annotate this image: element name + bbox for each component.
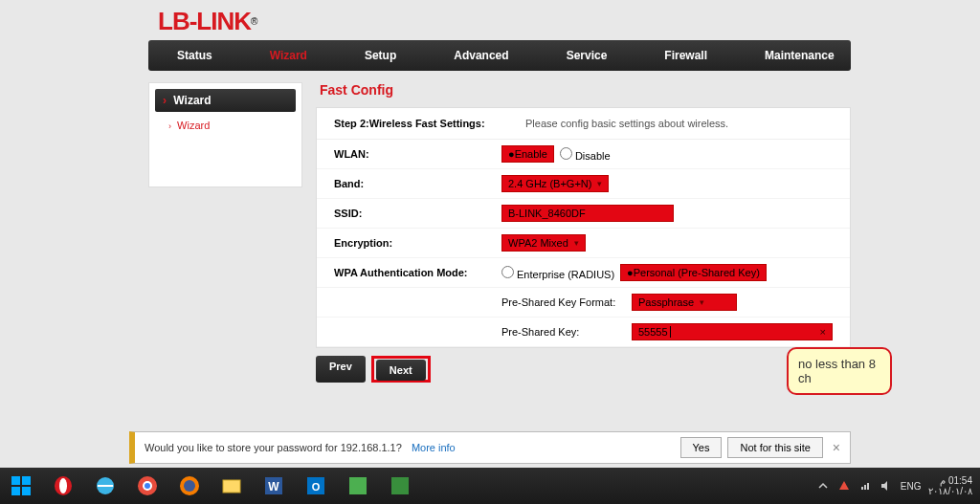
language-indicator[interactable]: ENG [901, 481, 922, 492]
svg-rect-1 [22, 476, 31, 485]
auth-personal-text: Personal (Pre-Shared Key) [634, 267, 760, 278]
save-bar-suffix: ? [396, 442, 402, 453]
svg-rect-3 [22, 487, 31, 495]
band-value: 2.4 GHz (B+G+N) [508, 178, 591, 189]
ssid-value: B-LINK_8460DF [508, 208, 586, 219]
svg-rect-17 [349, 477, 367, 494]
tray-network-icon[interactable] [858, 479, 872, 493]
wlan-enable-text: Enable [515, 148, 547, 160]
nav-status[interactable]: Status [148, 40, 241, 71]
outlook-icon[interactable]: O [295, 468, 337, 504]
svg-rect-2 [11, 487, 20, 495]
save-bar-prefix: Would you like to store your password fo… [145, 442, 341, 453]
chrome-icon[interactable] [126, 468, 168, 504]
svg-text:W: W [268, 480, 279, 493]
band-label: Band: [334, 178, 501, 189]
auth-enterprise-input[interactable] [501, 266, 514, 278]
wlan-enable-radio[interactable]: ● Enable [501, 145, 554, 163]
chevron-right-icon: › [168, 121, 171, 131]
chevron-right-icon: › [163, 94, 167, 107]
svg-point-9 [145, 483, 150, 489]
annotation-callout: no less than 8 ch [787, 347, 892, 395]
ssid-label: SSID: [334, 208, 501, 219]
ie-icon[interactable] [84, 468, 126, 504]
page-title: Fast Config [320, 82, 851, 98]
svg-rect-12 [223, 480, 240, 493]
band-select[interactable]: 2.4 GHz (B+G+N) [501, 175, 609, 192]
psk-format-select[interactable]: Passphrase [632, 294, 737, 311]
close-icon[interactable]: × [833, 440, 840, 455]
brand-logo: LB-LINK® [158, 8, 980, 34]
opera-icon[interactable] [42, 468, 84, 504]
save-bar-host: 192.168.1.1 [341, 442, 396, 453]
auth-enterprise-radio[interactable]: Enterprise (RADIUS) [501, 266, 614, 280]
nav-firewall[interactable]: Firewall [635, 40, 736, 71]
clock-time: 01:54 م [928, 475, 972, 486]
svg-text:O: O [312, 481, 321, 493]
tray-volume-icon[interactable] [880, 479, 893, 493]
svg-rect-21 [867, 483, 869, 490]
config-panel: Step 2:Wireless Fast Settings: Please co… [316, 107, 851, 348]
more-info-link[interactable]: More info [412, 442, 456, 453]
brand-text: LB-LINK [158, 7, 251, 36]
text-cursor-icon [670, 326, 671, 338]
sidebar: › Wizard › Wizard [148, 82, 302, 187]
step-description: Please config basic settings about wirel… [525, 118, 728, 129]
psk-value: 55555 [638, 326, 668, 338]
nav-setup[interactable]: Setup [336, 40, 425, 71]
start-button[interactable] [0, 468, 42, 504]
nav-wizard[interactable]: Wizard [241, 40, 336, 71]
clear-icon[interactable]: × [820, 326, 826, 338]
word-icon[interactable]: W [253, 468, 295, 504]
wlan-label: WLAN: [334, 148, 501, 160]
sidebar-item-wizard[interactable]: › Wizard [155, 112, 296, 139]
psk-format-value: Passphrase [638, 296, 694, 308]
save-bar-message: Would you like to store your password fo… [145, 442, 402, 453]
auth-personal-radio[interactable]: ● Personal (Pre-Shared Key) [620, 264, 767, 281]
svg-rect-20 [864, 485, 866, 490]
tray-up-icon[interactable] [816, 479, 830, 493]
psk-input[interactable]: 55555 × [632, 323, 833, 340]
auth-mode-label: WPA Authentication Mode: [334, 267, 501, 278]
password-save-bar: Would you like to store your password fo… [129, 431, 851, 464]
camtasia2-icon[interactable] [379, 468, 421, 504]
next-highlight-frame: Next [371, 356, 431, 383]
explorer-icon[interactable] [211, 468, 253, 504]
clock-date: ٢٠١٨/٠١/٠٨ [928, 486, 972, 496]
firefox-icon[interactable] [168, 468, 211, 504]
svg-point-11 [184, 480, 195, 492]
camtasia-icon[interactable] [337, 468, 379, 504]
wlan-disable-text: Disable [575, 150, 611, 162]
encryption-select[interactable]: WPA2 Mixed [501, 234, 586, 252]
sidebar-head-label: Wizard [173, 94, 211, 107]
save-no-button[interactable]: Not for this site [727, 437, 822, 458]
taskbar: W O ENG 01:54 م ٢٠١٨/٠١/٠٨ [0, 468, 980, 504]
prev-button[interactable]: Prev [316, 356, 366, 383]
sidebar-head-wizard[interactable]: › Wizard [155, 89, 296, 112]
encryption-label: Encryption: [334, 237, 501, 249]
main-nav: Status Wizard Setup Advanced Service Fir… [148, 40, 851, 71]
wlan-disable-radio[interactable]: Disable [560, 147, 611, 162]
step-label: Step 2:Wireless Fast Settings: [334, 118, 525, 129]
svg-rect-19 [861, 487, 863, 490]
nav-advanced[interactable]: Advanced [425, 40, 537, 71]
svg-rect-18 [391, 477, 409, 494]
psk-label: Pre-Shared Key: [501, 326, 626, 338]
registered-mark: ® [251, 16, 257, 27]
nav-maintenance[interactable]: Maintenance [736, 40, 863, 71]
sidebar-item-label: Wizard [177, 120, 210, 131]
wlan-disable-input[interactable] [560, 147, 572, 160]
save-yes-button[interactable]: Yes [680, 437, 723, 458]
encryption-value: WPA2 Mixed [508, 237, 568, 249]
tray-warning-icon[interactable] [837, 479, 851, 493]
auth-enterprise-text: Enterprise (RADIUS) [517, 269, 614, 280]
svg-point-5 [59, 478, 67, 493]
svg-rect-0 [11, 476, 20, 485]
next-button[interactable]: Next [376, 360, 426, 381]
psk-format-label: Pre-Shared Key Format: [501, 296, 626, 308]
ssid-input[interactable]: B-LINK_8460DF [501, 205, 674, 222]
nav-service[interactable]: Service [538, 40, 636, 71]
taskbar-clock[interactable]: 01:54 م ٢٠١٨/٠١/٠٨ [928, 475, 972, 496]
